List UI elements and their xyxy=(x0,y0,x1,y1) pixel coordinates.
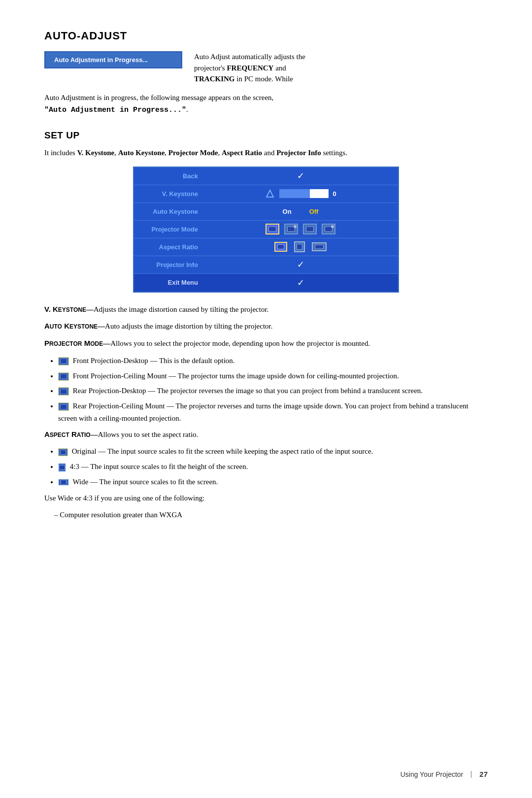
mode-bullet-icon-1 xyxy=(58,357,69,366)
menu-content-exitmenu: ✓ xyxy=(203,275,398,290)
mode-icon-2 xyxy=(284,224,298,234)
slider-track xyxy=(279,189,329,198)
aspect-bullet-icon-original xyxy=(58,448,68,456)
projectormode-bullet-2: Front Projection-Ceiling Mount — The pro… xyxy=(58,370,488,382)
auto-adjust-inline-block: Auto Adjustment in Progress... Auto Adju… xyxy=(44,51,488,85)
aspect-icon-original xyxy=(274,242,287,252)
aspect-bullet-icon-43 xyxy=(58,463,66,472)
projectormode-bullet-4: Rear Projection-Ceiling Mount — The proj… xyxy=(58,400,488,425)
mode-bullet-icon-3 xyxy=(58,387,69,396)
menu-row-autokeystone: Auto Keystone On Off xyxy=(134,203,398,221)
menu-row-exitmenu: Exit Menu ✓ xyxy=(134,274,398,292)
on-label: On xyxy=(283,208,292,215)
aspectratio-term: ASPECT RATIO xyxy=(44,430,91,438)
projectormode-bullet-1: Front Projection-Desktop — This is the d… xyxy=(58,355,488,367)
page-footer: Using Your Projector 27 xyxy=(400,770,488,778)
auto-adjust-description: Auto Adjustment is in progress, the foll… xyxy=(44,92,488,116)
checkmark-back: ✓ xyxy=(297,170,304,181)
menu-content-projectormode xyxy=(203,222,398,236)
auto-adjust-title: AUTO-ADJUST xyxy=(44,30,488,42)
aspect-icon-43 xyxy=(294,241,305,252)
menu-label-aspectratio: Aspect Ratio xyxy=(134,240,203,254)
autokeystone-paragraph: AUTO KEYSTONE—Auto adjusts the image dis… xyxy=(44,320,488,332)
tracking-bold: TRACKING xyxy=(194,75,235,83)
keystone-arrow-icon xyxy=(265,188,275,199)
aspect-bullet-icon-wide xyxy=(58,479,69,486)
checkmark-projectorinfo: ✓ xyxy=(297,259,304,270)
aspectratio-bullet-43: 4:3 — The input source scales to fit the… xyxy=(58,461,488,473)
projectormode-term: PROJECTOR MODE xyxy=(44,339,103,347)
menu-label-projectorinfo: Projector Info xyxy=(134,258,203,271)
menu-content-projectorinfo: ✓ xyxy=(203,257,398,272)
menu-content-vkeystone: 0 xyxy=(203,186,398,201)
aspectratio-paragraph: ASPECT RATIO—Allows you to set the aspec… xyxy=(44,429,488,441)
projectormode-bullet-3: Rear Projection-Desktop — The projector … xyxy=(58,385,488,397)
off-label: Off xyxy=(309,208,319,215)
aspect-note: Use Wide or 4:3 if you are using one of … xyxy=(44,492,488,504)
vkeystone-paragraph: V. KEYSTONE—Adjusts the image distortion… xyxy=(44,303,488,316)
menu-row-back: Back ✓ xyxy=(134,167,398,185)
aspect-icon-wide xyxy=(312,242,327,251)
page-number: 27 xyxy=(479,770,488,778)
menu-content-aspectratio xyxy=(203,239,398,254)
menu-label-projectormode: Projector Mode xyxy=(134,223,203,236)
auto-adjust-inline-text: Auto Adjust automatically adjusts the pr… xyxy=(194,51,488,85)
mode-bullet-icon-4 xyxy=(58,402,69,411)
menu-label-vkeystone: V. Keystone xyxy=(134,187,203,200)
menu-content-autokeystone: On Off xyxy=(203,206,398,217)
setup-intro: It includes V. Keystone, Auto Keystone, … xyxy=(44,147,488,159)
autokeystone-term: AUTO KEYSTONE xyxy=(44,322,98,330)
aspectratio-bullet-wide: Wide — The input source scales to fit th… xyxy=(58,476,488,488)
aspectratio-bullet-original: Original — The input source scales to fi… xyxy=(58,445,488,458)
setup-menu: Back ✓ V. Keystone 0 Auto Keystone On Of… xyxy=(133,166,399,293)
mode-icon-4 xyxy=(322,224,335,234)
mode-bullet-icon-2 xyxy=(58,372,69,381)
mode-icon-3 xyxy=(303,224,317,234)
aspect-sub-note: – Computer resolution greater than WXGA xyxy=(54,509,488,521)
svg-marker-0 xyxy=(266,190,273,197)
frequency-bold: FREQUENCY xyxy=(227,64,273,72)
menu-row-projectorinfo: Projector Info ✓ xyxy=(134,256,398,274)
setup-title: SET UP xyxy=(44,130,488,141)
footer-text: Using Your Projector xyxy=(400,770,464,778)
auto-adjust-line1: Auto Adjust automatically adjusts the xyxy=(194,53,305,61)
menu-label-back: Back xyxy=(134,169,203,183)
aspectratio-bullets: Original — The input source scales to fi… xyxy=(58,445,488,488)
projectormode-paragraph: PROJECTOR MODE—Allows you to select the … xyxy=(44,337,488,350)
checkmark-exitmenu: ✓ xyxy=(297,277,304,288)
auto-adjust-message: "Auto Adjustment in Progress..." xyxy=(44,106,186,114)
menu-label-autokeystone: Auto Keystone xyxy=(134,205,203,218)
slider-value: 0 xyxy=(332,190,336,198)
vkeystone-term: V. KEYSTONE xyxy=(44,305,86,313)
slider-thumb xyxy=(310,189,329,198)
menu-row-aspectratio: Aspect Ratio xyxy=(134,238,398,256)
mode-icon-1 xyxy=(266,224,279,234)
menu-label-exitmenu: Exit Menu xyxy=(134,276,203,289)
footer-divider xyxy=(471,771,471,778)
auto-adjust-bar: Auto Adjustment in Progress... xyxy=(44,51,182,68)
menu-row-vkeystone: V. Keystone 0 xyxy=(134,185,398,203)
menu-row-projectormode: Projector Mode xyxy=(134,221,398,238)
projectormode-bullets: Front Projection-Desktop — This is the d… xyxy=(58,355,488,425)
menu-content-back: ✓ xyxy=(203,168,398,183)
